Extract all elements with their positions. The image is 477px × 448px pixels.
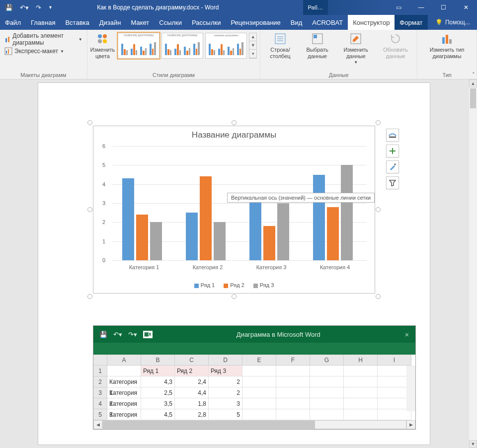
datasheet-redo-icon[interactable]: ↷▾ xyxy=(128,331,137,338)
spreadsheet-grid[interactable]: ABCDEFGHI 1Ряд 1Ряд 2Ряд 32Категория 14,… xyxy=(93,355,415,420)
tab-file[interactable]: Файл xyxy=(0,15,26,30)
cell[interactable] xyxy=(310,398,344,409)
tab-acrobat[interactable]: ACROBAT xyxy=(307,15,348,30)
cell[interactable] xyxy=(310,376,344,387)
edit-data-button[interactable]: Изменить данные▼ xyxy=(337,32,374,65)
chart-styles-button[interactable] xyxy=(386,160,399,173)
cell[interactable] xyxy=(242,409,276,420)
cell[interactable]: 4,3 xyxy=(141,376,175,387)
select-all-corner[interactable] xyxy=(93,355,107,366)
datasheet-close-icon[interactable]: × xyxy=(398,330,415,339)
cell[interactable]: 3,5 xyxy=(141,398,175,409)
resize-handle[interactable] xyxy=(376,120,381,125)
tab-design[interactable]: Дизайн xyxy=(94,15,126,30)
collapse-ribbon-icon[interactable]: ˄ xyxy=(472,72,475,78)
cell[interactable]: Категория 3 xyxy=(107,398,141,409)
datasheet-excel-icon[interactable]: ▦x xyxy=(143,331,153,338)
resize-handle[interactable] xyxy=(87,294,92,299)
vertical-scrollbar[interactable]: ▲ ▼ xyxy=(469,79,477,448)
cell[interactable] xyxy=(242,387,276,398)
layout-options-button[interactable] xyxy=(386,129,399,142)
tab-layout[interactable]: Макет xyxy=(126,15,154,30)
cell[interactable]: Ряд 2 xyxy=(175,366,209,376)
cell[interactable] xyxy=(276,387,310,398)
bar[interactable] xyxy=(214,222,226,260)
cell[interactable]: 3 xyxy=(209,398,242,409)
resize-handle[interactable] xyxy=(232,120,237,125)
cell[interactable]: Категория 2 xyxy=(107,387,141,398)
chart-area[interactable]: Название диаграммы 0123456Категория 1Кат… xyxy=(93,126,375,294)
chart-title[interactable]: Название диаграммы xyxy=(93,126,375,145)
gallery-up-icon[interactable]: ▲ xyxy=(249,33,256,42)
resize-handle[interactable] xyxy=(87,207,92,212)
column-header[interactable]: G xyxy=(310,355,344,366)
resize-handle[interactable] xyxy=(376,207,381,212)
gallery-down-icon[interactable]: ▼ xyxy=(249,41,256,50)
bar[interactable] xyxy=(277,203,289,260)
datasheet-vscroll[interactable] xyxy=(406,366,415,411)
cell[interactable]: 1,8 xyxy=(175,398,209,409)
cell[interactable] xyxy=(107,366,141,376)
row-header[interactable]: 1 xyxy=(93,366,107,376)
cell[interactable]: 5 xyxy=(209,409,242,420)
cell[interactable]: 4,4 xyxy=(175,387,209,398)
cell[interactable] xyxy=(344,398,378,409)
tab-format[interactable]: Формат xyxy=(395,15,427,30)
add-chart-element-button[interactable]: Добавить элемент диаграммы▼ xyxy=(3,32,84,47)
column-header[interactable]: I xyxy=(378,355,411,366)
cell[interactable] xyxy=(276,376,310,387)
column-header[interactable]: E xyxy=(242,355,276,366)
bar[interactable] xyxy=(136,215,148,260)
style-thumb[interactable]: НАЗВАНИЕ ДИАГРАММЫ xyxy=(118,33,159,59)
cell[interactable] xyxy=(310,366,344,376)
bar[interactable] xyxy=(249,194,261,260)
hscroll-right-icon[interactable]: ▶ xyxy=(406,420,415,429)
undo-icon[interactable]: ↶▾ xyxy=(20,4,29,11)
tab-review[interactable]: Рецензирование xyxy=(226,15,285,30)
cell[interactable]: 4,5 xyxy=(141,409,175,420)
cell[interactable] xyxy=(310,387,344,398)
cell[interactable] xyxy=(344,387,378,398)
bar[interactable] xyxy=(313,175,325,261)
cell[interactable] xyxy=(344,366,378,376)
plot-area[interactable]: 0123456Категория 1Категория 2Категория 3… xyxy=(112,146,367,260)
cell[interactable] xyxy=(276,366,310,376)
cell[interactable]: 2 xyxy=(209,376,242,387)
close-icon[interactable]: ✕ xyxy=(455,0,477,15)
bar[interactable] xyxy=(341,165,353,260)
cell[interactable]: Категория 1 xyxy=(107,376,141,387)
row-header[interactable]: 4 xyxy=(93,398,107,409)
save-icon[interactable]: 💾 xyxy=(5,4,13,11)
quick-layout-button[interactable]: Экспресс-макет▼ xyxy=(3,47,84,56)
cell[interactable]: Категория 4 xyxy=(107,409,141,420)
datasheet-undo-icon[interactable]: ↶▾ xyxy=(113,331,122,338)
tab-constructor[interactable]: Конструктор xyxy=(348,15,395,30)
cell[interactable] xyxy=(276,409,310,420)
legend-item[interactable]: Ряд 2 xyxy=(224,282,244,288)
datasheet-save-icon[interactable]: 💾 xyxy=(99,331,107,338)
column-header[interactable]: H xyxy=(344,355,378,366)
datasheet-hscroll[interactable]: ◀ ▶ xyxy=(93,420,415,429)
change-colors-button[interactable]: Изменить цвета xyxy=(90,32,115,59)
minimize-icon[interactable]: — xyxy=(410,0,432,15)
cell[interactable]: 2,4 xyxy=(175,376,209,387)
cell[interactable] xyxy=(276,398,310,409)
cell[interactable] xyxy=(310,409,344,420)
row-header[interactable]: 2 xyxy=(93,376,107,387)
legend-item[interactable]: Ряд 1 xyxy=(194,282,215,288)
cell[interactable] xyxy=(242,376,276,387)
redo-icon[interactable]: ↷ xyxy=(36,4,41,11)
chart-elements-button[interactable] xyxy=(386,145,399,157)
cell[interactable] xyxy=(242,398,276,409)
bar[interactable] xyxy=(186,213,198,260)
cell[interactable] xyxy=(344,409,378,420)
cell[interactable]: Ряд 1 xyxy=(141,366,175,376)
bar[interactable] xyxy=(150,222,162,260)
hscroll-left-icon[interactable]: ◀ xyxy=(93,420,102,429)
style-thumb[interactable]: название диаграммы xyxy=(205,33,247,59)
tab-home[interactable]: Главная xyxy=(26,15,60,30)
ribbon-options-icon[interactable]: ▭ xyxy=(388,0,410,15)
column-header[interactable]: A xyxy=(107,355,141,366)
bar[interactable] xyxy=(263,226,275,260)
select-data-button[interactable]: Выбрать данные xyxy=(300,32,335,65)
